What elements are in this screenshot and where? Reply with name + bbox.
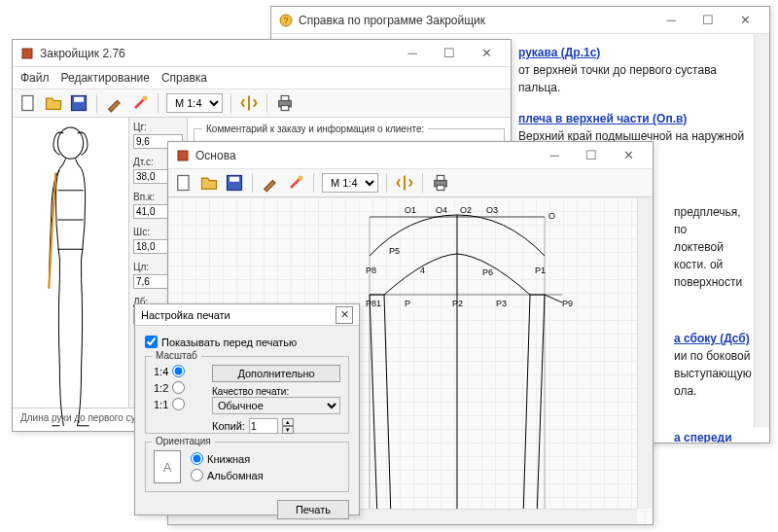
- help-title: Справка по программе Закройщик: [299, 14, 654, 27]
- toolbar-separator: [158, 93, 159, 113]
- scale-select[interactable]: М 1:4: [166, 93, 223, 113]
- svg-text:P1: P1: [535, 266, 546, 275]
- toolbar-separator: [266, 93, 267, 113]
- svg-text:O: O: [548, 211, 555, 221]
- main-menubar: Файл Редактирование Справка: [13, 67, 511, 89]
- osnova-close-button[interactable]: ✕: [612, 146, 645, 165]
- save-icon[interactable]: [225, 173, 244, 193]
- wand-icon[interactable]: [130, 93, 150, 113]
- main-minimize-button[interactable]: ─: [396, 44, 429, 63]
- svg-text:O3: O3: [486, 205, 498, 215]
- brush-icon[interactable]: [105, 93, 124, 113]
- svg-text:O1: O1: [405, 205, 416, 215]
- help-text-3a: предплечья, по: [674, 205, 741, 236]
- help-link-1[interactable]: рукава (Др.1с): [518, 46, 600, 59]
- mirror-icon[interactable]: [239, 93, 259, 113]
- print-close-button[interactable]: ✕: [336, 306, 353, 324]
- help-titlebar: ? Справка по программе Закройщик ─ ☐ ✕: [271, 7, 769, 34]
- toolbar-separator: [386, 173, 387, 193]
- svg-text:P9: P9: [562, 299, 573, 308]
- open-icon[interactable]: [199, 173, 219, 193]
- osnova-titlebar: Основа ─ ☐ ✕: [168, 142, 653, 169]
- brush-icon[interactable]: [261, 173, 280, 193]
- svg-text:P6: P6: [482, 267, 493, 277]
- print-icon[interactable]: [431, 173, 450, 193]
- show-preview-checkbox[interactable]: [145, 336, 158, 348]
- help-link-5[interactable]: а спереди (Дсп): [674, 431, 732, 443]
- osnova-scale-select[interactable]: М 1:4: [322, 173, 378, 193]
- scale-1-2-radio[interactable]: [172, 381, 185, 394]
- svg-rect-9: [281, 106, 289, 111]
- help-minimize-button[interactable]: ─: [654, 11, 688, 30]
- help-link-2[interactable]: плеча в верхней части (Оп.в): [518, 112, 687, 125]
- scale-group-label: Масштаб: [152, 350, 201, 361]
- open-icon[interactable]: [44, 93, 63, 113]
- new-icon[interactable]: [18, 93, 38, 113]
- extra-button[interactable]: Дополнительно: [212, 365, 340, 382]
- meas-label: Цг:: [133, 122, 183, 132]
- help-link-4[interactable]: а сбоку (Дсб): [674, 332, 750, 345]
- svg-text:O2: O2: [460, 205, 472, 215]
- copies-input[interactable]: [249, 418, 278, 434]
- orient-group-label: Ориентация: [152, 436, 215, 446]
- svg-point-19: [299, 176, 303, 181]
- osnova-minimize-button[interactable]: ─: [538, 146, 571, 165]
- figure-panel: [13, 118, 129, 408]
- toolbar-separator: [313, 173, 314, 193]
- scale-1-1-radio[interactable]: [172, 398, 185, 410]
- copies-up-icon[interactable]: ▲: [282, 418, 294, 426]
- svg-text:?: ?: [283, 16, 288, 25]
- osnova-app-icon: [176, 149, 190, 162]
- landscape-radio[interactable]: [191, 469, 203, 481]
- help-maximize-button[interactable]: ☐: [691, 11, 725, 30]
- print-button[interactable]: Печать: [277, 500, 349, 519]
- print-title: Настройка печати: [141, 309, 230, 321]
- osnova-scrollbar-vertical[interactable]: [637, 198, 653, 509]
- help-text-3b: локтевой кости. ой поверхности: [674, 240, 742, 289]
- comment-legend: Комментарий к заказу и информация о клие…: [202, 124, 428, 134]
- print-titlebar: Настройка печати ✕: [135, 304, 359, 326]
- page-orientation-icon: A: [154, 450, 181, 483]
- help-text-4: ии по боковой выступающую ола.: [674, 349, 752, 398]
- main-close-button[interactable]: ✕: [470, 44, 503, 63]
- menu-file[interactable]: Файл: [20, 71, 50, 85]
- svg-rect-5: [74, 97, 84, 102]
- toolbar-separator: [96, 93, 97, 113]
- toolbar-separator: [252, 173, 253, 193]
- mirror-icon[interactable]: [395, 173, 414, 193]
- svg-rect-22: [437, 186, 444, 191]
- osnova-title: Основа: [195, 149, 538, 162]
- svg-rect-21: [437, 176, 444, 181]
- portrait-radio[interactable]: [191, 452, 203, 465]
- osnova-maximize-button[interactable]: ☐: [575, 146, 608, 165]
- toolbar-separator: [422, 173, 423, 193]
- help-close-button[interactable]: ✕: [728, 11, 761, 30]
- print-icon[interactable]: [275, 93, 295, 113]
- wand-icon[interactable]: [286, 173, 305, 193]
- svg-rect-3: [22, 96, 33, 111]
- scale-1-4-radio[interactable]: [172, 365, 185, 377]
- new-icon[interactable]: [174, 173, 194, 193]
- svg-rect-15: [178, 151, 188, 160]
- svg-text:P3: P3: [496, 299, 507, 308]
- svg-rect-8: [281, 96, 289, 101]
- help-text-1: от верхней точки до первого сустава паль…: [518, 63, 717, 94]
- osnova-toolbar: М 1:4: [168, 169, 653, 197]
- svg-text:4: 4: [420, 266, 425, 275]
- menu-edit[interactable]: Редактирование: [61, 71, 150, 85]
- quality-select[interactable]: Обычное: [212, 397, 340, 414]
- svg-text:P2: P2: [452, 299, 463, 308]
- menu-help[interactable]: Справка: [161, 71, 207, 85]
- copies-down-icon[interactable]: ▼: [282, 426, 294, 434]
- svg-line-13: [52, 172, 55, 230]
- help-scrollbar-vertical[interactable]: [754, 34, 769, 427]
- print-dialog: Настройка печати ✕ Показывать перед печа…: [134, 303, 360, 515]
- show-preview-label: Показывать перед печатью: [161, 337, 297, 348]
- toolbar-separator: [230, 93, 231, 113]
- svg-point-6: [143, 96, 148, 101]
- help-app-icon: ?: [279, 14, 293, 27]
- main-title: Закройщик 2.76: [40, 47, 396, 60]
- main-maximize-button[interactable]: ☐: [433, 44, 466, 63]
- save-icon[interactable]: [69, 93, 88, 113]
- main-titlebar: Закройщик 2.76 ─ ☐ ✕: [13, 40, 511, 67]
